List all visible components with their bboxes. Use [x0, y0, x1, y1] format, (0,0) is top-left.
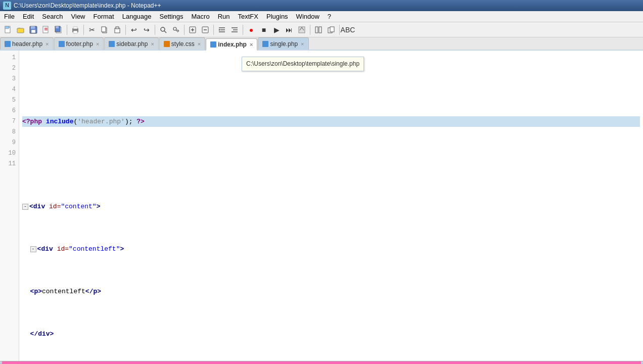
tab-icon-footer [59, 41, 65, 47]
spellcheck-button[interactable]: ABC [342, 24, 354, 36]
menu-macro[interactable]: Macro [188, 11, 214, 22]
code-line-3[interactable]: -<div id="content"> [22, 201, 640, 212]
sep1 [67, 25, 67, 35]
menu-view[interactable]: View [67, 11, 89, 22]
redo-button[interactable]: ↪ [141, 24, 153, 36]
code-line-4[interactable]: -<div id="contentleft"> [22, 244, 640, 254]
copy-button[interactable] [99, 24, 111, 36]
menu-file[interactable]: File [0, 11, 19, 22]
menu-format[interactable]: Format [89, 11, 118, 22]
sep2 [83, 25, 84, 35]
indent-button[interactable] [216, 24, 228, 36]
svg-rect-2 [17, 28, 24, 33]
tab-label-sidebar: sidebar.php [116, 40, 148, 48]
tab-label-index: index.php [218, 41, 247, 48]
status-indicator [2, 361, 641, 365]
tab-close-sidebar[interactable]: × [151, 41, 154, 47]
macro-record-button[interactable]: ● [245, 24, 257, 36]
code-line-1[interactable]: <?php include('header.php'); ?> [22, 116, 640, 127]
tab-icon-style [164, 41, 170, 47]
tab-close-footer[interactable]: × [96, 41, 99, 47]
menu-window[interactable]: Window [292, 11, 324, 22]
svg-rect-13 [73, 31, 77, 33]
tab-single[interactable]: single.php × [258, 37, 308, 50]
tab-tooltip: C:\Users\zon\Desktop\template\single.php [242, 57, 364, 71]
tab-close-single[interactable]: × [301, 41, 304, 47]
tab-label-header: header.php [12, 40, 42, 48]
save-all-button[interactable] [53, 24, 65, 36]
code-line-2[interactable] [22, 159, 640, 169]
paste-button[interactable] [111, 24, 123, 36]
tab-index[interactable]: index.php × [206, 38, 257, 51]
svg-rect-38 [330, 27, 334, 32]
menu-edit[interactable]: Edit [19, 11, 38, 22]
undo-button[interactable]: ↩ [128, 24, 140, 36]
menu-search[interactable]: Search [38, 11, 67, 22]
macro-play-button[interactable]: ▶ [270, 24, 283, 36]
macro-run-button[interactable]: ⏭ [283, 24, 295, 36]
macro-stop-button[interactable]: ■ [258, 24, 270, 36]
app-icon: N [3, 2, 11, 10]
menu-textfx[interactable]: TextFX [234, 11, 262, 22]
unindent-button[interactable] [228, 24, 241, 36]
menu-run[interactable]: Run [214, 11, 234, 22]
open-button[interactable] [15, 24, 27, 36]
sep6 [213, 25, 214, 35]
sep8 [310, 25, 310, 35]
sep7 [243, 25, 243, 35]
close-button[interactable] [40, 24, 52, 36]
collapse-4[interactable]: - [30, 246, 36, 252]
code-editor[interactable]: C:\Users\zon\Desktop\template\single.php… [19, 51, 643, 361]
code-line-6[interactable]: </div> [22, 329, 640, 339]
clonedoc-button[interactable] [325, 24, 337, 36]
cut-button[interactable]: ✂ [86, 24, 98, 36]
print-button[interactable] [69, 24, 81, 36]
menu-plugins[interactable]: Plugins [262, 11, 292, 22]
menu-language[interactable]: Language [118, 11, 156, 22]
macro-save-button[interactable] [296, 24, 308, 36]
tab-close-header[interactable]: × [45, 41, 49, 47]
sep3 [125, 25, 126, 35]
zoom-in-button[interactable] [187, 24, 199, 36]
line-num-5: 5 [3, 95, 16, 106]
svg-rect-18 [116, 27, 119, 29]
status-bar [0, 361, 643, 364]
save-button[interactable] [27, 24, 39, 36]
tab-sidebar[interactable]: sidebar.php × [104, 37, 159, 50]
synscroll-button[interactable] [312, 24, 325, 36]
tab-bar: header.php × footer.php × sidebar.php × … [0, 37, 643, 51]
svg-rect-14 [73, 27, 77, 29]
svg-line-20 [164, 31, 166, 33]
new-button[interactable] [2, 24, 14, 36]
menu-help[interactable]: ? [324, 11, 335, 22]
replace-button[interactable] [170, 24, 182, 36]
toolbar: ✂ ↩ ↪ ● ■ ▶ ⏭ ABC [0, 22, 643, 37]
tab-close-index[interactable]: × [250, 41, 253, 48]
tab-header[interactable]: header.php × [0, 37, 54, 50]
svg-rect-5 [31, 30, 35, 33]
tab-label-footer: footer.php [66, 40, 93, 48]
find-button[interactable] [157, 24, 169, 36]
svg-rect-4 [31, 26, 35, 29]
code-area: 1 2 3 4 5 6 7 8 9 10 11 C:\Users\zon\Des… [0, 51, 643, 361]
zoom-out-button[interactable] [199, 24, 211, 36]
line-num-11: 11 [3, 159, 16, 169]
line-numbers: 1 2 3 4 5 6 7 8 9 10 11 [0, 51, 19, 361]
line-num-1: 1 [3, 53, 16, 63]
line-num-3: 3 [3, 74, 16, 84]
line-num-8: 8 [3, 127, 16, 138]
svg-point-21 [173, 27, 176, 30]
collapse-3[interactable]: - [22, 204, 28, 210]
line-num-6: 6 [3, 106, 16, 116]
tab-style[interactable]: style.css × [159, 37, 205, 50]
line-num-4: 4 [3, 84, 16, 95]
sep4 [155, 25, 155, 35]
svg-point-19 [161, 27, 165, 31]
tab-footer[interactable]: footer.php × [54, 37, 104, 50]
menu-settings[interactable]: Settings [156, 11, 188, 22]
tab-close-style[interactable]: × [198, 41, 201, 47]
code-line-5[interactable]: <p>contentleft</p> [22, 286, 640, 297]
svg-rect-11 [56, 26, 59, 28]
svg-rect-35 [315, 27, 318, 33]
svg-rect-1 [5, 26, 9, 29]
